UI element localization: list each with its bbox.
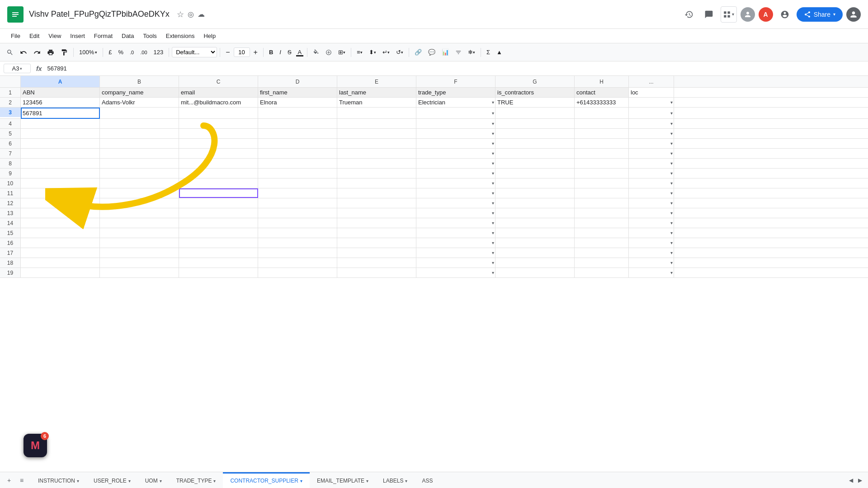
- user-avatar[interactable]: [846, 7, 861, 22]
- cell-b2[interactable]: Adams-Volkr: [100, 98, 179, 107]
- col-header-c[interactable]: C: [179, 76, 258, 87]
- menu-view[interactable]: View: [45, 31, 65, 41]
- menu-edit[interactable]: Edit: [26, 31, 43, 41]
- freeze-button[interactable]: ❄▾: [465, 47, 478, 57]
- bold-button[interactable]: B: [266, 47, 276, 57]
- cell-a2[interactable]: 123456: [21, 98, 100, 107]
- cell-e1[interactable]: last_name: [337, 88, 416, 97]
- menu-file[interactable]: File: [7, 31, 24, 41]
- col-header-a[interactable]: A: [21, 76, 100, 87]
- cell-c1[interactable]: email: [179, 88, 258, 97]
- col-header-g[interactable]: G: [495, 76, 575, 87]
- tab-scroll-right[interactable]: ▶: [855, 476, 864, 485]
- cell-e3[interactable]: [337, 108, 416, 119]
- tab-user-role[interactable]: USER_ROLE ▾: [86, 472, 138, 488]
- cell-g1[interactable]: is_contractors: [495, 88, 575, 97]
- cell-d3[interactable]: [258, 108, 337, 119]
- cell-g3[interactable]: [495, 108, 575, 119]
- tab-trade-type[interactable]: TRADE_TYPE ▾: [169, 472, 223, 488]
- view-mode-icon[interactable]: ▾: [721, 6, 737, 23]
- add-sheet-button[interactable]: +: [4, 475, 14, 486]
- dropdown-arrow-f3[interactable]: ▾: [492, 111, 494, 116]
- comment-btn[interactable]: 💬: [425, 47, 438, 57]
- paint-format-button[interactable]: [58, 47, 71, 58]
- filter-button[interactable]: [453, 47, 464, 57]
- cell-g2[interactable]: TRUE: [495, 98, 575, 107]
- font-size-input[interactable]: [234, 47, 250, 57]
- menu-tools[interactable]: Tools: [139, 31, 160, 41]
- tab-uom[interactable]: UOM ▾: [138, 472, 169, 488]
- valign-button[interactable]: ⬍▾: [366, 47, 379, 57]
- cell-a3[interactable]: 567891: [21, 108, 100, 119]
- fill-color-button[interactable]: [310, 47, 322, 57]
- cell-c3[interactable]: [179, 108, 258, 119]
- col-header-f[interactable]: F: [416, 76, 495, 87]
- all-sheets-button[interactable]: ≡: [16, 475, 27, 486]
- col-header-e[interactable]: E: [337, 76, 416, 87]
- menu-insert[interactable]: Insert: [66, 31, 89, 41]
- col-header-d[interactable]: D: [258, 76, 337, 87]
- cell-d2[interactable]: Elnora: [258, 98, 337, 107]
- macro-widget[interactable]: M 6: [24, 434, 47, 457]
- cell-d1[interactable]: first_name: [258, 88, 337, 97]
- cell-b3[interactable]: [100, 108, 179, 119]
- dropdown-arrow-i3[interactable]: ▾: [670, 111, 673, 116]
- currency-button[interactable]: £: [106, 47, 114, 57]
- history-icon[interactable]: [681, 6, 697, 23]
- collapse-button[interactable]: ▲: [494, 47, 505, 57]
- redo-button[interactable]: [31, 47, 43, 58]
- tab-scroll-left[interactable]: ◀: [846, 476, 855, 485]
- strikethrough-button[interactable]: S: [285, 47, 294, 57]
- cell-h1[interactable]: contact: [575, 88, 629, 97]
- cell-b1[interactable]: company_name: [100, 88, 179, 97]
- tab-labels[interactable]: LABELS ▾: [376, 472, 415, 488]
- decimal-increase-button[interactable]: .00: [137, 48, 150, 57]
- share-button[interactable]: Share ▾: [797, 7, 843, 22]
- italic-button[interactable]: I: [277, 47, 284, 57]
- menu-format[interactable]: Format: [90, 31, 116, 41]
- comment-icon[interactable]: [701, 6, 717, 23]
- settings-icon[interactable]: [777, 6, 793, 23]
- cell-reference[interactable]: A3 ▾: [4, 64, 31, 73]
- cell-a1[interactable]: ABN: [21, 88, 100, 97]
- cell-i1[interactable]: loc: [629, 88, 674, 97]
- tab-contractor-supplier[interactable]: CONTRACTOR_SUPPLIER ▾: [223, 472, 309, 488]
- cell-e2[interactable]: Trueman: [337, 98, 416, 107]
- cell-f3[interactable]: ▾: [416, 108, 495, 119]
- cell-f2[interactable]: Electrician ▾: [416, 98, 495, 107]
- cell-f1[interactable]: trade_type: [416, 88, 495, 97]
- cloud-icon[interactable]: ☁: [198, 10, 205, 19]
- star-icon[interactable]: ☆: [177, 9, 184, 19]
- col-header-b[interactable]: B: [100, 76, 179, 87]
- halign-button[interactable]: ≡▾: [354, 47, 365, 57]
- text-color-button[interactable]: A: [295, 47, 305, 57]
- link-button[interactable]: 🔗: [412, 47, 425, 57]
- menu-extensions[interactable]: Extensions: [162, 31, 198, 41]
- borders-button[interactable]: [323, 47, 335, 57]
- cell-c11[interactable]: [179, 188, 258, 198]
- undo-button[interactable]: [17, 47, 30, 58]
- search-button[interactable]: [4, 47, 16, 58]
- rotate-button[interactable]: ↺▾: [393, 47, 406, 57]
- percent-button[interactable]: %: [115, 47, 126, 57]
- col-header-h[interactable]: H: [575, 76, 629, 87]
- menu-help[interactable]: Help: [200, 31, 219, 41]
- tab-email-template[interactable]: EMAIL_TEMPLATE ▾: [310, 472, 376, 488]
- chart-button[interactable]: 📊: [439, 47, 452, 57]
- font-select[interactable]: Default...: [172, 47, 217, 57]
- cell-c2[interactable]: mit...@buildmacro.com: [179, 98, 258, 107]
- decimal-decrease-button[interactable]: .0: [127, 48, 137, 57]
- wrap-button[interactable]: ↵▾: [380, 47, 392, 57]
- cell-h2[interactable]: +61433333333: [575, 98, 629, 107]
- col-header-i[interactable]: ...: [629, 76, 674, 87]
- tab-instruction[interactable]: INSTRUCTION ▾: [31, 472, 86, 488]
- merge-button[interactable]: ⊞▾: [335, 47, 348, 57]
- function-button[interactable]: Σ: [484, 47, 493, 57]
- font-size-increase-button[interactable]: +: [251, 47, 260, 58]
- cell-h3[interactable]: [575, 108, 629, 119]
- zoom-select[interactable]: 100% ▾: [76, 47, 100, 57]
- menu-data[interactable]: Data: [118, 31, 137, 41]
- dropdown-arrow-i2[interactable]: ▾: [670, 100, 673, 105]
- formula-content[interactable]: 567891: [47, 65, 864, 72]
- dropdown-arrow-f2[interactable]: ▾: [492, 100, 494, 105]
